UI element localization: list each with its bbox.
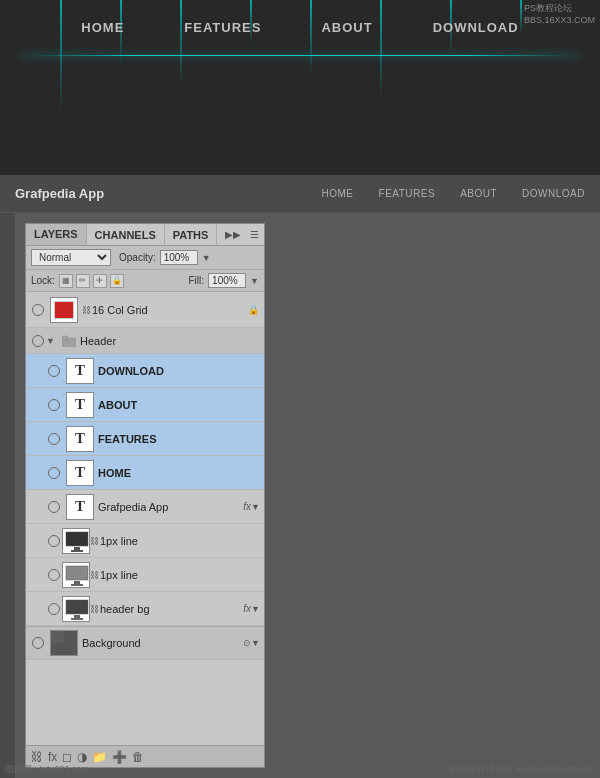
layer-header-group[interactable]: ▼ Header (26, 328, 264, 354)
layer-thumb-about: T (66, 392, 94, 418)
layer-about[interactable]: T ABOUT (26, 388, 264, 422)
layer-thumb-header-bg (62, 596, 90, 622)
layer-1px-line-1[interactable]: ⛓ 1px line (26, 524, 264, 558)
lock-move-icon[interactable]: ✛ (93, 274, 107, 288)
svg-rect-1 (62, 336, 68, 340)
adjustment-icon[interactable]: ◑ (77, 750, 87, 764)
layer-eye-header-bg[interactable] (46, 601, 62, 617)
layer-eye-grid[interactable] (30, 302, 46, 318)
layer-fx-arrow-header-bg[interactable]: ▼ (251, 604, 260, 614)
layer-eye-features[interactable] (46, 431, 62, 447)
add-mask-icon[interactable]: ◻ (62, 750, 72, 764)
opacity-arrow[interactable]: ▼ (202, 253, 211, 263)
panel-tabs: LAYERS CHANNELS PATHS ▶▶ ☰ (26, 224, 264, 246)
svg-rect-10 (66, 600, 88, 614)
fill-label: Fill: (189, 275, 205, 286)
ps-app-title: Grafpedia App (15, 186, 104, 201)
add-layer-icon[interactable]: ➕ (112, 750, 127, 764)
add-style-icon[interactable]: fx (48, 750, 57, 764)
ps-nav: HOME FEATURES ABOUT DOWNLOAD (322, 188, 585, 199)
preview-nav-download: DOWNLOAD (433, 20, 519, 35)
layer-home[interactable]: T HOME (26, 456, 264, 490)
layer-eye-1px-2[interactable] (46, 567, 62, 583)
preview-nav-features: FEATURES (184, 20, 261, 35)
layer-fx-header-bg: fx (243, 603, 251, 614)
layer-features[interactable]: T FEATURES (26, 422, 264, 456)
delete-layer-icon[interactable]: 🗑 (132, 750, 144, 764)
layer-chain-1px-1: ⛓ (90, 536, 100, 546)
layer-download[interactable]: T DOWNLOAD (26, 354, 264, 388)
layer-chain-grid: ⛓ (82, 305, 92, 315)
lock-transparency-icon[interactable]: ▦ (59, 274, 73, 288)
panel-menu-icon[interactable]: ☰ (245, 229, 264, 240)
layer-name-header-bg: header bg (100, 603, 243, 615)
svg-rect-14 (51, 631, 64, 643)
layer-header-bg[interactable]: ⛓ header bg fx ▼ (26, 592, 264, 626)
layer-name-header: Header (80, 335, 260, 347)
blend-mode-select[interactable]: Normal (31, 249, 111, 266)
svg-rect-11 (74, 615, 80, 618)
layer-16-col-grid[interactable]: ⛓ 16 Col Grid 🔒 (26, 292, 264, 328)
layer-name-1px-1: 1px line (100, 535, 260, 547)
layer-fx-arrow-grafpedia[interactable]: ▼ (251, 502, 260, 512)
layers-list[interactable]: ⛓ 16 Col Grid 🔒 ▼ Header (26, 292, 264, 745)
layer-name-home: HOME (98, 467, 260, 479)
bottom-watermarks: 图图网 : tutu001.com 思绿设计讨论区 www.missyuan.c… (5, 763, 595, 776)
layer-1px-line-2[interactable]: ⛓ 1px line (26, 558, 264, 592)
folder-icon (61, 333, 77, 349)
lock-all-icon[interactable]: 🔒 (110, 274, 124, 288)
lock-icons: ▦ ✏ ✛ 🔒 (59, 274, 124, 288)
watermark-bottom-left: 图图网 : tutu001.com (5, 763, 89, 776)
layer-name-download: DOWNLOAD (98, 365, 260, 377)
watermark-top-right: PS教程论坛 BBS.16XX3.COM (524, 2, 595, 25)
layer-eye-header[interactable] (30, 333, 46, 349)
layer-eye-home[interactable] (46, 465, 62, 481)
main-area: LAYERS CHANNELS PATHS ▶▶ ☰ Normal Opacit… (0, 213, 600, 778)
panel-expand-arrows[interactable]: ▶▶ (221, 229, 245, 240)
tab-paths[interactable]: PATHS (165, 224, 218, 245)
opacity-input[interactable] (160, 250, 198, 265)
background-arrow-icon[interactable]: ▼ (251, 638, 260, 648)
layer-thumb-grid (50, 297, 78, 323)
layer-name-features: FEATURES (98, 433, 260, 445)
tab-channels[interactable]: CHANNELS (87, 224, 165, 245)
layer-group-arrow[interactable]: ▼ (46, 336, 58, 346)
watermark-bottom-right: 思绿设计讨论区 www.missyuan.com (450, 763, 595, 776)
background-circle-icon: ⊙ (243, 638, 251, 648)
layer-name-grid: 16 Col Grid (92, 304, 248, 316)
svg-rect-6 (66, 566, 88, 580)
ps-nav-features[interactable]: FEATURES (379, 188, 436, 199)
tab-layers[interactable]: LAYERS (26, 224, 87, 245)
layer-name-1px-2: 1px line (100, 569, 260, 581)
ps-header-bar: Grafpedia App HOME FEATURES ABOUT DOWNLO… (0, 175, 600, 213)
fill-input[interactable] (208, 273, 246, 288)
layer-thumb-background (50, 630, 78, 656)
layer-eye-about[interactable] (46, 397, 62, 413)
add-group-icon[interactable]: 📁 (92, 750, 107, 764)
layer-fx-grafpedia: fx (243, 501, 251, 512)
layer-thumb-grafpedia: T (66, 494, 94, 520)
blend-mode-row: Normal Opacity: ▼ (26, 246, 264, 270)
ps-nav-about[interactable]: ABOUT (460, 188, 497, 199)
layer-eye-1px-1[interactable] (46, 533, 62, 549)
layer-thumb-download: T (66, 358, 94, 384)
layer-grafpedia-app[interactable]: T Grafpedia App fx ▼ (26, 490, 264, 524)
preview-nav: HOME FEATURES ABOUT DOWNLOAD (0, 0, 600, 55)
preview-nav-about: ABOUT (321, 20, 372, 35)
layer-eye-grafpedia[interactable] (46, 499, 62, 515)
layers-panel: LAYERS CHANNELS PATHS ▶▶ ☰ Normal Opacit… (25, 223, 265, 768)
layer-eye-download[interactable] (46, 363, 62, 379)
left-strip (0, 213, 15, 778)
link-layers-icon[interactable]: ⛓ (31, 750, 43, 764)
ps-nav-home[interactable]: HOME (322, 188, 354, 199)
panel-bottom-icons: ⛓ fx ◻ ◑ 📁 ➕ 🗑 (31, 750, 144, 764)
ps-nav-download[interactable]: DOWNLOAD (522, 188, 585, 199)
lock-label: Lock: (31, 275, 55, 286)
layer-eye-background[interactable] (30, 635, 46, 651)
layer-background[interactable]: Background ⊙ ▼ (26, 626, 264, 660)
layer-thumb-home: T (66, 460, 94, 486)
svg-rect-8 (71, 584, 83, 586)
lock-paint-icon[interactable]: ✏ (76, 274, 90, 288)
layer-chain-header-bg: ⛓ (90, 604, 100, 614)
fill-arrow[interactable]: ▼ (250, 276, 259, 286)
